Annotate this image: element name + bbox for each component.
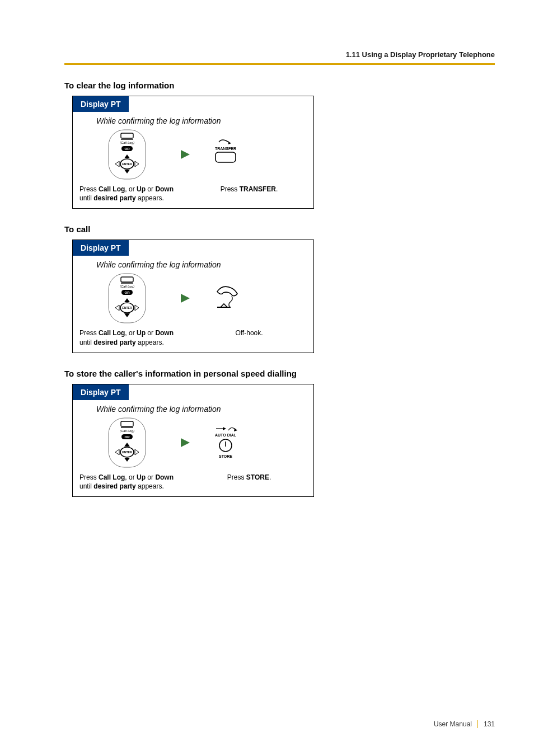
svg-marker-44 [234,428,237,431]
section-header: 1.11 Using a Display Proprietary Telepho… [64,50,495,63]
svg-marker-12 [181,150,190,159]
svg-marker-22 [124,298,130,302]
svg-text:ENTER: ENTER [122,450,132,454]
section-title-to-call: To call [64,224,495,234]
arrow-right-icon [179,292,191,304]
section-title-store: To store the caller's information in per… [64,369,495,378]
svg-marker-43 [223,427,226,430]
step2-caption: Press TRANSFER. [191,185,307,203]
svg-text:(Call Log): (Call Log) [120,285,134,288]
context-text: While confirming the log information [96,260,307,269]
svg-text:AUTO DIAL: AUTO DIAL [215,433,237,437]
svg-marker-9 [135,161,139,167]
svg-text:STORE: STORE [219,454,232,458]
svg-marker-25 [135,305,139,311]
svg-text:OR: OR [125,291,130,294]
procedure-box: Display PT While confirming the log info… [72,96,314,209]
step1-caption: Press Call Log, or Up or Down until desi… [79,185,191,203]
svg-text:OR: OR [125,147,130,151]
display-pt-tab: Display PT [73,96,129,112]
svg-marker-8 [115,161,119,167]
svg-marker-41 [181,438,190,447]
svg-marker-36 [124,458,130,462]
svg-text:ENTER: ENTER [122,162,132,166]
svg-text:TRANSFER: TRANSFER [215,147,236,151]
svg-marker-6 [124,154,130,158]
svg-rect-15 [216,152,236,162]
svg-text:OR: OR [125,435,130,439]
svg-marker-23 [124,313,130,317]
step2-caption: Off-hook. [191,328,307,346]
off-hook-icon [200,281,251,315]
arrow-right-icon [179,436,191,449]
call-log-nav-icon: (Call Log) OR ENTER [96,417,158,468]
step1-caption: Press Call Log, or Up or Down until desi… [79,473,191,491]
svg-text:ENTER: ENTER [122,306,132,309]
svg-marker-24 [115,305,119,311]
svg-marker-13 [228,142,231,144]
svg-text:(Call Log): (Call Log) [120,141,134,144]
procedure-box: Display PT While confirming the log info… [72,240,314,353]
page-footer: User Manual131 [434,720,495,728]
svg-marker-37 [115,449,119,455]
procedure-box: Display PT While confirming the log info… [72,384,314,497]
step1-caption: Press Call Log, or Up or Down until desi… [79,328,191,346]
svg-marker-35 [124,443,130,447]
context-text: While confirming the log information [96,116,307,125]
auto-dial-store-button-icon: AUTO DIAL STORE [200,423,251,462]
svg-text:(Call Log): (Call Log) [120,429,134,433]
transfer-button-icon: TRANSFER [200,138,251,171]
step2-caption: Press STORE. [191,473,307,491]
svg-marker-7 [124,170,130,173]
svg-marker-28 [181,294,190,303]
call-log-nav-icon: (Call Log) OR ENTER [96,129,158,180]
svg-marker-38 [135,449,139,455]
call-log-nav-icon: (Call Log) OR ENTER [96,273,158,324]
context-text: While confirming the log information [96,405,307,414]
header-rule [64,63,495,65]
svg-rect-17 [121,277,133,282]
arrow-right-icon [179,148,191,161]
section-title-clear-log: To clear the log information [64,81,495,90]
svg-rect-30 [121,421,133,426]
display-pt-tab: Display PT [73,384,129,400]
svg-rect-1 [121,133,133,138]
display-pt-tab: Display PT [73,240,129,256]
